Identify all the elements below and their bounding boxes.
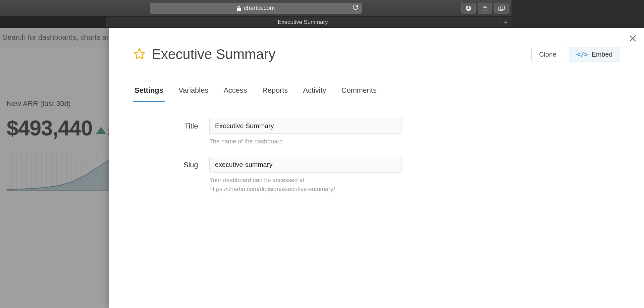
slug-label: Slug [133, 157, 209, 169]
tab-access[interactable]: Access [222, 86, 248, 102]
title-label: Title [133, 118, 209, 130]
panel-title: Executive Summary [152, 46, 275, 62]
browser-tab-title: Executive Summary [278, 19, 328, 26]
browser-tab-strip: Executive Summary [0, 17, 511, 28]
tabs-icon[interactable] [494, 3, 509, 14]
address-domain: chartio.com [244, 5, 275, 12]
tab-comments[interactable]: Comments [340, 86, 378, 102]
refresh-icon[interactable] [352, 4, 358, 12]
slug-help: Your dashboard can be accessed at https:… [209, 176, 402, 194]
svg-rect-2 [499, 7, 503, 11]
svg-rect-3 [500, 6, 505, 10]
browser-tab-active[interactable]: Executive Summary [106, 17, 500, 27]
svg-marker-28 [134, 48, 145, 59]
title-help: The name of the dashboard [209, 137, 402, 146]
settings-panel: Executive Summary Clone </> Embed Settin… [109, 28, 511, 244]
browser-tab-blank[interactable] [0, 17, 106, 27]
share-icon[interactable] [478, 3, 492, 14]
tab-reports[interactable]: Reports [261, 86, 289, 102]
tab-activity[interactable]: Activity [302, 86, 328, 102]
downloads-icon[interactable] [461, 3, 476, 14]
star-icon[interactable] [133, 47, 146, 61]
new-tab-button[interactable] [500, 17, 511, 27]
tab-variables[interactable]: Variables [177, 86, 210, 102]
settings-form: Title The name of the dashboard Slug You… [109, 102, 511, 194]
lock-icon [237, 6, 241, 11]
panel-tabs: Settings Variables Access Reports Activi… [109, 86, 511, 102]
address-bar[interactable]: chartio.com [150, 3, 362, 14]
browser-toolbar: chartio.com [0, 0, 511, 17]
slug-input[interactable] [209, 157, 402, 173]
title-input[interactable] [209, 118, 402, 134]
tab-settings[interactable]: Settings [133, 86, 165, 102]
